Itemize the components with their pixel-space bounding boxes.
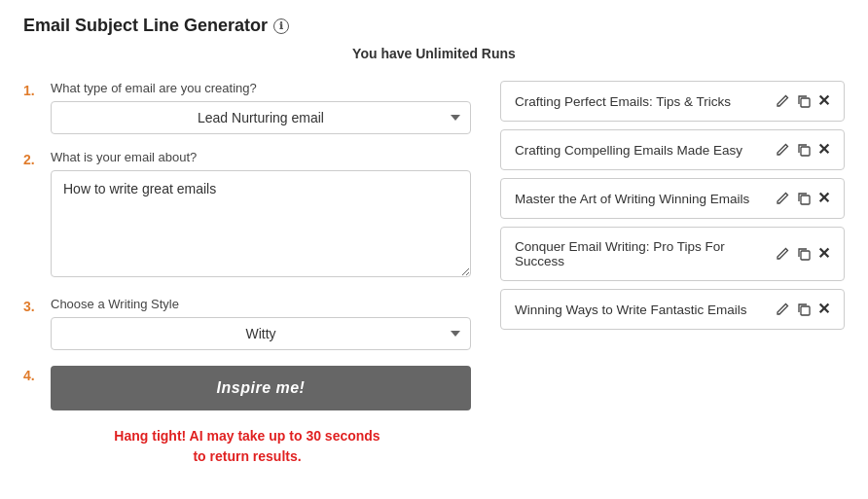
right-panel: Crafting Perfect Emails: Tips & Tricks ✕… [500, 81, 845, 330]
result-text-2: Master the Art of Writing Winning Emails [515, 192, 763, 206]
result-actions-4: ✕ [775, 302, 830, 317]
svg-rect-1 [801, 147, 810, 156]
step-2-label: What is your email about? [51, 150, 471, 164]
page-title: Email Subject Line Generator ℹ [23, 16, 845, 36]
step-1-number: 1. [23, 81, 41, 98]
copy-icon-3[interactable] [796, 246, 812, 262]
copy-icon-1[interactable] [796, 142, 812, 158]
copy-icon-0[interactable] [796, 93, 812, 109]
close-icon-2[interactable]: ✕ [817, 191, 830, 206]
wait-line-1: Hang tight! AI may take up to 30 seconds [23, 426, 471, 446]
step-2-section: 2. What is your email about? How to writ… [23, 150, 471, 281]
edit-icon-1[interactable] [775, 142, 790, 158]
step-4-content: Inspire me! [51, 366, 471, 410]
result-text-3: Conquer Email Writing: Pro Tips For Succ… [515, 239, 763, 268]
step-3-section: 3. Choose a Writing Style Witty Professi… [23, 297, 471, 350]
svg-rect-3 [801, 251, 810, 260]
svg-rect-2 [801, 196, 810, 204]
result-text-4: Winning Ways to Write Fantastic Emails [515, 303, 763, 317]
close-icon-3[interactable]: ✕ [817, 246, 830, 262]
result-card-1: Crafting Compelling Emails Made Easy ✕ [500, 129, 845, 170]
copy-icon-2[interactable] [796, 191, 812, 206]
edit-icon-2[interactable] [775, 191, 790, 206]
result-actions-3: ✕ [775, 246, 830, 262]
wait-line-2: to return results. [23, 446, 471, 467]
edit-icon-3[interactable] [775, 246, 790, 262]
result-card-3: Conquer Email Writing: Pro Tips For Succ… [500, 227, 845, 281]
result-actions-1: ✕ [775, 142, 830, 158]
inspire-button[interactable]: Inspire me! [51, 366, 471, 410]
step-3-label: Choose a Writing Style [51, 297, 471, 311]
unlimited-runs-label: You have Unlimited Runs [23, 46, 845, 61]
step-4-number: 4. [23, 366, 41, 383]
result-text-1: Crafting Compelling Emails Made Easy [515, 143, 763, 158]
edit-icon-4[interactable] [775, 302, 790, 317]
result-actions-2: ✕ [775, 191, 830, 206]
step-1-label: What type of email are you creating? [51, 81, 471, 95]
svg-rect-4 [801, 306, 810, 315]
result-text-0: Crafting Perfect Emails: Tips & Tricks [515, 94, 763, 109]
email-type-select[interactable]: Lead Nurturing email Promotional email N… [51, 101, 471, 134]
step-3-content: Choose a Writing Style Witty Professiona… [51, 297, 471, 350]
step-1-content: What type of email are you creating? Lea… [51, 81, 471, 134]
result-card-2: Master the Art of Writing Winning Emails… [500, 178, 845, 219]
title-text: Email Subject Line Generator [23, 16, 268, 36]
writing-style-select[interactable]: Witty Professional Friendly Urgent Curio… [51, 317, 471, 350]
step-2-number: 2. [23, 150, 41, 167]
close-icon-4[interactable]: ✕ [817, 302, 830, 317]
close-icon-1[interactable]: ✕ [817, 142, 830, 158]
result-actions-0: ✕ [775, 93, 830, 109]
copy-icon-4[interactable] [796, 302, 812, 317]
edit-icon-0[interactable] [775, 93, 790, 109]
step-3-number: 3. [23, 297, 41, 314]
svg-rect-0 [801, 98, 810, 107]
step-4-section: 4. Inspire me! [23, 366, 471, 410]
left-panel: 1. What type of email are you creating? … [23, 81, 471, 467]
wait-message: Hang tight! AI may take up to 30 seconds… [23, 426, 471, 467]
info-icon[interactable]: ℹ [273, 18, 289, 34]
step-1-section: 1. What type of email are you creating? … [23, 81, 471, 134]
step-2-content: What is your email about? How to write g… [51, 150, 471, 281]
email-about-textarea[interactable]: How to write great emails [51, 170, 471, 277]
close-icon-0[interactable]: ✕ [817, 93, 830, 109]
result-card-0: Crafting Perfect Emails: Tips & Tricks ✕ [500, 81, 845, 122]
result-card-4: Winning Ways to Write Fantastic Emails ✕ [500, 289, 845, 330]
